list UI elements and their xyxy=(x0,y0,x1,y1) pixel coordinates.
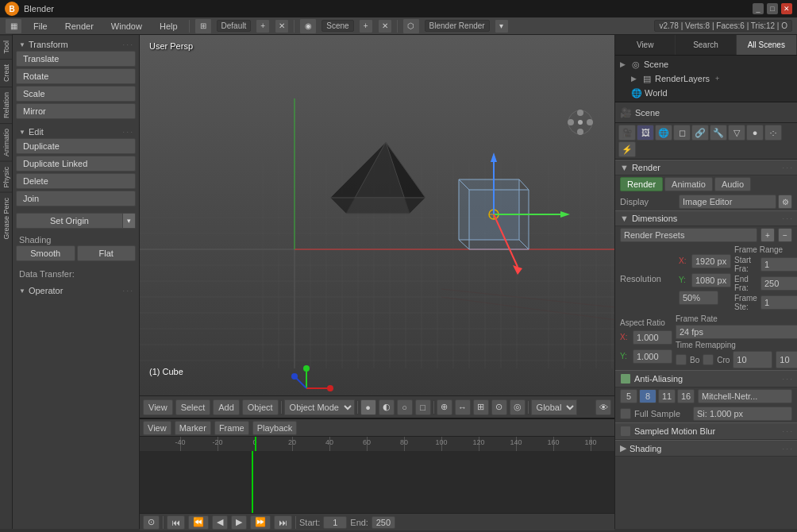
scene-remove-icon[interactable]: ✕ xyxy=(378,19,392,33)
render-tab-render[interactable]: Render xyxy=(620,177,663,191)
display-value[interactable]: Image Editor xyxy=(679,195,776,209)
prop-render-icon[interactable]: 🎥 xyxy=(618,125,636,141)
bo-checkbox[interactable] xyxy=(676,354,687,365)
end-frame-field[interactable]: 250 xyxy=(760,276,797,291)
mirror-button[interactable]: Mirror xyxy=(16,103,136,119)
render-presets-field[interactable]: Render Presets xyxy=(620,228,757,242)
render-layers-tree-item[interactable]: ▶ ▤ RenderLayers + xyxy=(618,71,794,86)
prop-scene-icon[interactable]: 🖼 xyxy=(637,125,654,141)
smooth-button[interactable]: Smooth xyxy=(16,245,75,261)
screen-layout-icon[interactable]: ▦ xyxy=(5,18,22,34)
tl-view-menu[interactable]: View xyxy=(143,421,171,435)
full-sample-checkbox[interactable] xyxy=(620,408,631,419)
tl-frame-menu[interactable]: Frame xyxy=(214,421,249,435)
duplicate-linked-button[interactable]: Duplicate Linked xyxy=(16,156,136,172)
menu-help[interactable]: Help xyxy=(153,18,184,34)
scene-icon[interactable]: ◉ xyxy=(299,18,317,34)
end-frame-value[interactable]: 250 xyxy=(372,516,395,529)
shading-wire-icon[interactable]: ◐ xyxy=(379,399,395,415)
scene-tree-item[interactable]: ▶ ◎ Scene xyxy=(618,57,794,71)
scale-button[interactable]: Scale xyxy=(16,86,136,102)
prop-world-icon[interactable]: 🌐 xyxy=(655,125,672,141)
aa-header[interactable]: Anti-Aliasing · · · xyxy=(615,370,797,387)
tl-marker-menu[interactable]: Marker xyxy=(175,421,211,435)
minimize-button[interactable]: _ xyxy=(753,3,764,14)
prop-object-icon[interactable]: ◻ xyxy=(673,125,691,141)
presets-add-btn[interactable]: + xyxy=(760,228,775,242)
snap-icon[interactable]: ⊙ xyxy=(491,399,507,415)
aa-checkbox[interactable] xyxy=(620,373,631,384)
render-tab-audio[interactable]: Audio xyxy=(714,177,751,191)
menu-render[interactable]: Render xyxy=(59,18,100,34)
aa-sample-11[interactable]: 11 xyxy=(658,389,676,403)
prop-constraints-icon[interactable]: 🔗 xyxy=(691,125,709,141)
rotate-button[interactable]: Rotate xyxy=(16,68,136,84)
vp-add-menu[interactable]: Add xyxy=(213,399,240,415)
side-tab-tool[interactable]: Tool xyxy=(0,35,12,59)
side-tab-animation[interactable]: Animatio xyxy=(0,123,12,161)
translate-button[interactable]: Translate xyxy=(16,51,136,67)
res-pct-field[interactable]: 50% xyxy=(679,291,718,305)
tab-search[interactable]: Search xyxy=(676,35,736,55)
remap-new-field[interactable]: 10 xyxy=(776,351,797,368)
si-field[interactable]: Si: 1.000 px xyxy=(693,407,792,421)
res-y-field[interactable]: 1080 px xyxy=(691,273,731,287)
play-button[interactable]: ▶ xyxy=(231,515,247,530)
proportional-icon[interactable]: ◎ xyxy=(510,399,526,415)
object-mode-select[interactable]: Object Mode xyxy=(284,399,355,415)
tl-icon-btn[interactable]: ⊙ xyxy=(143,515,160,530)
manipulator-icon[interactable]: ⊞ xyxy=(473,399,489,415)
tl-playback-menu[interactable]: Playback xyxy=(252,421,298,435)
transform-orientation-select[interactable]: Global xyxy=(531,399,577,415)
engine-arrow[interactable]: ▾ xyxy=(495,19,509,33)
side-tab-relations[interactable]: Relation xyxy=(0,87,12,123)
display-settings-btn[interactable]: ⚙ xyxy=(778,195,792,209)
layout-icon[interactable]: ⊞ xyxy=(194,18,212,34)
viewport[interactable]: User Persp (1) Cube xyxy=(140,35,614,395)
set-origin-dropdown[interactable]: ▾ xyxy=(123,213,136,229)
cro-checkbox[interactable] xyxy=(703,354,714,365)
scene-add-icon[interactable]: + xyxy=(359,19,373,33)
join-button[interactable]: Join xyxy=(16,191,136,206)
world-tree-item[interactable]: 🌐 World xyxy=(618,86,794,100)
motion-blur-checkbox[interactable] xyxy=(620,426,631,437)
step-back-button[interactable]: ⏪ xyxy=(188,515,209,530)
flat-button[interactable]: Flat xyxy=(77,245,137,261)
shading-material-icon[interactable]: □ xyxy=(415,399,431,415)
vp-view-menu[interactable]: View xyxy=(143,399,173,415)
asp-y-field[interactable]: 1.000 xyxy=(633,349,672,364)
side-tab-create[interactable]: Creat xyxy=(0,59,12,87)
frame-step-field[interactable]: 1 xyxy=(760,295,797,310)
vp-select-menu[interactable]: Select xyxy=(175,399,211,415)
pivot-icon[interactable]: ⊕ xyxy=(437,399,452,415)
layout-add-icon[interactable]: + xyxy=(256,19,270,33)
view-icon[interactable]: 👁 xyxy=(595,399,611,415)
fps-select[interactable]: 24 fps xyxy=(676,325,797,339)
render-tab-animation[interactable]: Animatio xyxy=(664,177,713,191)
presets-remove-btn[interactable]: − xyxy=(778,228,792,242)
prop-modifiers-icon[interactable]: 🔧 xyxy=(710,125,727,141)
vp-object-menu[interactable]: Object xyxy=(242,399,279,415)
close-button[interactable]: ✕ xyxy=(781,3,792,14)
side-tab-grease-pencil[interactable]: Grease Penc xyxy=(0,192,12,245)
edit-header[interactable]: ▼ Edit · · · xyxy=(16,125,136,138)
delete-button[interactable]: Delete xyxy=(16,173,136,189)
maximize-button[interactable]: □ xyxy=(767,3,778,14)
render-engine-icon[interactable]: ⬡ xyxy=(402,18,420,34)
res-x-field[interactable]: 1920 px xyxy=(691,254,731,268)
aa-sample-16[interactable]: 16 xyxy=(677,389,695,403)
prop-material-icon[interactable]: ● xyxy=(746,125,764,141)
render-section-header[interactable]: ▼ Render · · · xyxy=(615,160,797,175)
aa-filter-field[interactable]: Mitchell-Netr... xyxy=(698,389,792,403)
transform-icon[interactable]: ↔ xyxy=(455,399,471,415)
duplicate-button[interactable]: Duplicate xyxy=(16,138,136,154)
tab-view[interactable]: View xyxy=(615,35,676,55)
start-frame-field[interactable]: 1 xyxy=(760,257,797,272)
side-tab-physics[interactable]: Physic xyxy=(0,161,12,193)
step-forward-button[interactable]: ⏩ xyxy=(250,515,271,530)
menu-window[interactable]: Window xyxy=(105,18,148,34)
start-frame-value[interactable]: 1 xyxy=(323,516,347,529)
prop-data-icon[interactable]: ▽ xyxy=(728,125,745,141)
asp-x-field[interactable]: 1.000 xyxy=(633,330,672,345)
shading-texture-icon[interactable]: ○ xyxy=(397,399,413,415)
